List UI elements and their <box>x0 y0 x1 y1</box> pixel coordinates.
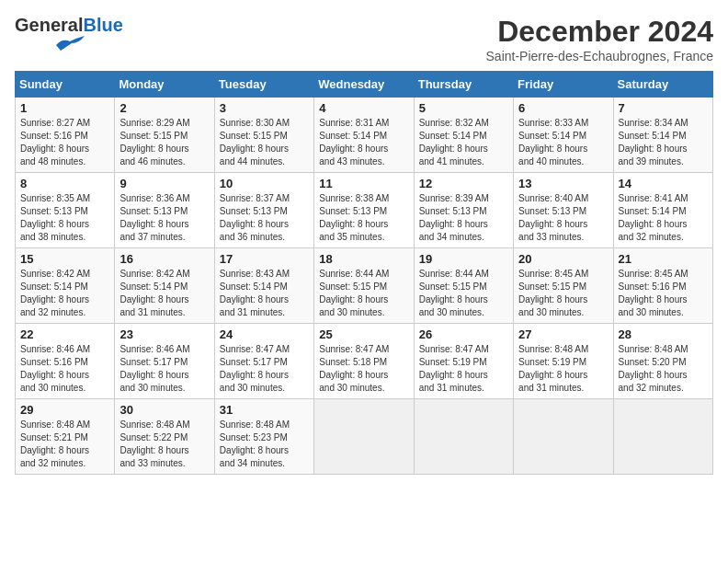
day-number: 10 <box>220 177 309 190</box>
day-info: Sunrise: 8:44 AM Sunset: 5:15 PM Dayligh… <box>419 268 508 319</box>
day-number: 1 <box>20 101 109 115</box>
day-info: Sunrise: 8:42 AM Sunset: 5:14 PM Dayligh… <box>20 268 109 319</box>
day-number: 13 <box>518 177 608 190</box>
logo-bird-icon <box>51 34 88 52</box>
day-number: 19 <box>419 252 508 266</box>
day-number: 12 <box>419 177 508 190</box>
column-header-monday: Monday <box>115 72 214 98</box>
day-info: Sunrise: 8:30 AM Sunset: 5:15 PM Dayligh… <box>220 117 309 168</box>
calendar-cell: 31Sunrise: 8:48 AM Sunset: 5:23 PM Dayli… <box>214 399 313 475</box>
calendar-cell: 1Sunrise: 8:27 AM Sunset: 5:16 PM Daylig… <box>16 98 115 173</box>
day-info: Sunrise: 8:32 AM Sunset: 5:14 PM Dayligh… <box>419 117 508 168</box>
calendar-cell: 3Sunrise: 8:30 AM Sunset: 5:15 PM Daylig… <box>214 98 313 173</box>
day-number: 17 <box>220 252 309 266</box>
day-info: Sunrise: 8:48 AM Sunset: 5:20 PM Dayligh… <box>619 343 708 395</box>
day-info: Sunrise: 8:48 AM Sunset: 5:22 PM Dayligh… <box>119 419 209 470</box>
day-number: 8 <box>20 177 109 190</box>
day-number: 22 <box>20 327 109 341</box>
calendar-cell <box>613 399 712 475</box>
day-info: Sunrise: 8:41 AM Sunset: 5:14 PM Dayligh… <box>619 192 708 244</box>
day-number: 18 <box>319 252 408 266</box>
calendar-cell: 13Sunrise: 8:40 AM Sunset: 5:13 PM Dayli… <box>514 173 613 248</box>
day-number: 30 <box>119 403 209 417</box>
day-number: 15 <box>20 252 109 266</box>
calendar-cell: 21Sunrise: 8:45 AM Sunset: 5:16 PM Dayli… <box>613 248 712 324</box>
logo-blue: Blue <box>83 15 122 35</box>
calendar-cell: 29Sunrise: 8:48 AM Sunset: 5:21 PM Dayli… <box>16 399 115 475</box>
calendar-cell: 6Sunrise: 8:33 AM Sunset: 5:14 PM Daylig… <box>514 98 613 173</box>
day-number: 14 <box>619 177 708 190</box>
day-info: Sunrise: 8:40 AM Sunset: 5:13 PM Dayligh… <box>518 192 608 244</box>
calendar-cell: 15Sunrise: 8:42 AM Sunset: 5:14 PM Dayli… <box>16 248 115 324</box>
calendar-cell: 23Sunrise: 8:46 AM Sunset: 5:17 PM Dayli… <box>115 324 214 399</box>
subtitle: Saint-Pierre-des-Echaubrognes, France <box>486 49 713 63</box>
calendar-cell: 5Sunrise: 8:32 AM Sunset: 5:14 PM Daylig… <box>414 98 513 173</box>
calendar-cell: 20Sunrise: 8:45 AM Sunset: 5:15 PM Dayli… <box>514 248 613 324</box>
calendar-cell: 17Sunrise: 8:43 AM Sunset: 5:14 PM Dayli… <box>214 248 313 324</box>
day-number: 20 <box>518 252 608 266</box>
day-info: Sunrise: 8:48 AM Sunset: 5:19 PM Dayligh… <box>518 343 608 395</box>
day-info: Sunrise: 8:45 AM Sunset: 5:16 PM Dayligh… <box>619 268 708 319</box>
column-header-friday: Friday <box>514 72 613 98</box>
day-info: Sunrise: 8:47 AM Sunset: 5:19 PM Dayligh… <box>419 343 508 395</box>
day-number: 5 <box>419 101 508 115</box>
column-header-sunday: Sunday <box>16 72 115 98</box>
day-info: Sunrise: 8:46 AM Sunset: 5:16 PM Dayligh… <box>20 343 109 395</box>
day-number: 3 <box>220 101 309 115</box>
day-number: 6 <box>518 101 608 115</box>
logo-text: GeneralBlue <box>15 15 123 36</box>
day-info: Sunrise: 8:47 AM Sunset: 5:17 PM Dayligh… <box>220 343 309 395</box>
calendar-cell: 8Sunrise: 8:35 AM Sunset: 5:13 PM Daylig… <box>16 173 115 248</box>
logo-general: General <box>15 15 83 35</box>
calendar-cell: 26Sunrise: 8:47 AM Sunset: 5:19 PM Dayli… <box>414 324 513 399</box>
day-number: 21 <box>619 252 708 266</box>
day-info: Sunrise: 8:36 AM Sunset: 5:13 PM Dayligh… <box>119 192 209 244</box>
calendar-cell: 22Sunrise: 8:46 AM Sunset: 5:16 PM Dayli… <box>16 324 115 399</box>
day-number: 26 <box>419 327 508 341</box>
calendar-cell: 10Sunrise: 8:37 AM Sunset: 5:13 PM Dayli… <box>214 173 313 248</box>
calendar-cell <box>514 399 613 475</box>
day-number: 9 <box>119 177 209 190</box>
day-info: Sunrise: 8:44 AM Sunset: 5:15 PM Dayligh… <box>319 268 408 319</box>
day-info: Sunrise: 8:37 AM Sunset: 5:13 PM Dayligh… <box>220 192 309 244</box>
calendar-cell: 28Sunrise: 8:48 AM Sunset: 5:20 PM Dayli… <box>613 324 712 399</box>
day-info: Sunrise: 8:48 AM Sunset: 5:21 PM Dayligh… <box>20 419 109 470</box>
day-info: Sunrise: 8:34 AM Sunset: 5:14 PM Dayligh… <box>619 117 708 168</box>
day-number: 24 <box>220 327 309 341</box>
calendar-cell: 16Sunrise: 8:42 AM Sunset: 5:14 PM Dayli… <box>115 248 214 324</box>
calendar-cell: 25Sunrise: 8:47 AM Sunset: 5:18 PM Dayli… <box>314 324 414 399</box>
day-number: 4 <box>319 101 408 115</box>
day-number: 28 <box>619 327 708 341</box>
calendar-cell: 24Sunrise: 8:47 AM Sunset: 5:17 PM Dayli… <box>214 324 313 399</box>
day-info: Sunrise: 8:31 AM Sunset: 5:14 PM Dayligh… <box>319 117 408 168</box>
calendar-cell <box>314 399 414 475</box>
calendar-cell: 2Sunrise: 8:29 AM Sunset: 5:15 PM Daylig… <box>115 98 214 173</box>
calendar-cell: 4Sunrise: 8:31 AM Sunset: 5:14 PM Daylig… <box>314 98 414 173</box>
day-info: Sunrise: 8:46 AM Sunset: 5:17 PM Dayligh… <box>119 343 209 395</box>
day-info: Sunrise: 8:42 AM Sunset: 5:14 PM Dayligh… <box>119 268 209 319</box>
calendar-cell: 27Sunrise: 8:48 AM Sunset: 5:19 PM Dayli… <box>514 324 613 399</box>
calendar-week-row: 15Sunrise: 8:42 AM Sunset: 5:14 PM Dayli… <box>16 248 713 324</box>
calendar-cell <box>414 399 513 475</box>
day-number: 23 <box>119 327 209 341</box>
day-info: Sunrise: 8:27 AM Sunset: 5:16 PM Dayligh… <box>20 117 109 168</box>
header: GeneralBlue December 2024 Saint-Pierre-d… <box>15 15 713 63</box>
month-title: December 2024 <box>486 15 713 49</box>
logo: GeneralBlue <box>15 15 123 56</box>
day-number: 27 <box>518 327 608 341</box>
day-info: Sunrise: 8:38 AM Sunset: 5:13 PM Dayligh… <box>319 192 408 244</box>
day-number: 16 <box>119 252 209 266</box>
calendar-week-row: 29Sunrise: 8:48 AM Sunset: 5:21 PM Dayli… <box>16 399 713 475</box>
day-number: 31 <box>220 403 309 417</box>
calendar-header-row: SundayMondayTuesdayWednesdayThursdayFrid… <box>16 72 713 98</box>
day-info: Sunrise: 8:29 AM Sunset: 5:15 PM Dayligh… <box>119 117 209 168</box>
column-header-tuesday: Tuesday <box>214 72 313 98</box>
calendar-week-row: 1Sunrise: 8:27 AM Sunset: 5:16 PM Daylig… <box>16 98 713 173</box>
column-header-saturday: Saturday <box>613 72 712 98</box>
day-number: 11 <box>319 177 408 190</box>
calendar-table: SundayMondayTuesdayWednesdayThursdayFrid… <box>15 71 713 475</box>
day-info: Sunrise: 8:33 AM Sunset: 5:14 PM Dayligh… <box>518 117 608 168</box>
day-info: Sunrise: 8:43 AM Sunset: 5:14 PM Dayligh… <box>220 268 309 319</box>
calendar-cell: 18Sunrise: 8:44 AM Sunset: 5:15 PM Dayli… <box>314 248 414 324</box>
calendar-cell: 7Sunrise: 8:34 AM Sunset: 5:14 PM Daylig… <box>613 98 712 173</box>
